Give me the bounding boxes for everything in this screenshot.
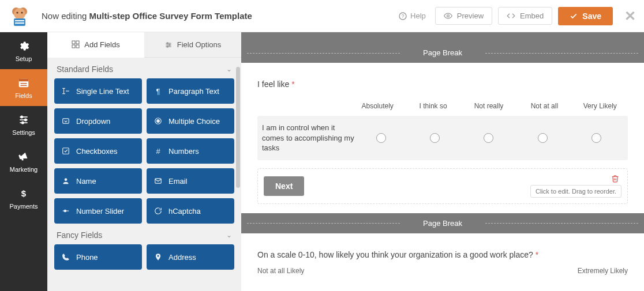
next-button[interactable]: Next <box>264 176 304 196</box>
svg-point-2 <box>14 8 25 20</box>
field-multiple-choice[interactable]: Multiple Choice <box>147 108 234 134</box>
field-numbers[interactable]: #Numbers <box>147 138 234 164</box>
bullhorn-icon <box>17 150 30 163</box>
svg-rect-25 <box>76 45 79 48</box>
eye-icon <box>444 12 452 20</box>
field-checkboxes[interactable]: Checkboxes <box>54 138 142 164</box>
next-block[interactable]: Next Click to edit. Drag to reorder. <box>257 168 628 204</box>
likert-radio[interactable] <box>484 133 493 143</box>
save-button[interactable]: Save <box>558 7 613 25</box>
likert-radio[interactable] <box>591 133 601 143</box>
options-icon <box>164 41 173 49</box>
preview-button[interactable]: Preview <box>435 7 492 25</box>
question-label: On a scale 0-10, how likely you think yo… <box>257 250 628 260</box>
gear-icon <box>17 40 30 52</box>
code-icon <box>507 12 515 20</box>
svg-point-44 <box>158 255 159 257</box>
svg-point-3 <box>16 12 18 13</box>
svg-point-20 <box>22 122 24 123</box>
captcha-icon <box>153 206 163 216</box>
tab-field-options[interactable]: Field Options <box>144 32 241 58</box>
sliders-icon <box>17 114 30 126</box>
svg-rect-7 <box>15 22 24 24</box>
svg-rect-22 <box>72 41 75 44</box>
dropdown-icon <box>61 116 70 126</box>
svg-point-18 <box>21 116 23 118</box>
slider-icon <box>61 206 70 216</box>
svg-rect-23 <box>76 41 79 44</box>
chevron-down-icon: ⌄ <box>226 65 232 73</box>
editing-title: Now editing Multi-step Office Survey For… <box>42 11 252 21</box>
check-icon <box>61 146 70 156</box>
field-paragraph-text[interactable]: ¶Paragraph Text <box>147 78 234 104</box>
panel-scrollbar[interactable] <box>236 67 240 188</box>
svg-rect-6 <box>15 20 24 21</box>
top-bar: Now editing Multi-step Office Survey For… <box>0 0 644 32</box>
paragraph-icon: ¶ <box>153 86 163 96</box>
field-phone[interactable]: Phone <box>54 244 142 270</box>
form-canvas: Page Break I feel like* Absolutely I thi… <box>241 32 644 291</box>
hash-icon: # <box>153 146 163 156</box>
rail-fields[interactable]: Fields <box>0 69 47 106</box>
rail-setup[interactable]: Setup <box>0 32 47 69</box>
svg-point-38 <box>157 120 160 123</box>
svg-rect-24 <box>72 45 75 48</box>
rail-payments[interactable]: $ Payments <box>0 180 47 217</box>
svg-rect-14 <box>21 85 27 85</box>
field-single-line-text[interactable]: Single Line Text <box>54 78 142 104</box>
required-asterisk: * <box>291 80 294 89</box>
phone-icon <box>61 252 70 262</box>
close-icon[interactable]: ✕ <box>624 8 636 24</box>
page-break[interactable]: Page Break <box>241 213 644 233</box>
radio-icon <box>153 116 163 126</box>
rail-marketing[interactable]: Marketing <box>0 143 47 180</box>
fields-panel: Add Fields Field Options Standard Fields… <box>47 32 241 291</box>
field-hcaptcha[interactable]: hCaptcha <box>147 198 234 224</box>
svg-rect-36 <box>63 119 69 123</box>
section-fancy-fields[interactable]: Fancy Fields ⌄ <box>53 224 235 244</box>
pin-icon <box>153 252 163 262</box>
svg-point-43 <box>64 210 66 212</box>
left-rail: Setup Fields Settings Marketing $ Paymen… <box>0 32 47 291</box>
dollar-icon: $ <box>17 187 30 200</box>
question-label: I feel like* <box>257 79 628 89</box>
likert-radio[interactable] <box>538 133 548 143</box>
help-link[interactable]: ? Help <box>399 12 426 20</box>
likert-header: Absolutely I think so Not really Not at … <box>257 102 628 116</box>
field-email[interactable]: Email <box>147 168 234 194</box>
form-icon <box>17 77 30 89</box>
envelope-icon <box>153 176 163 186</box>
section-standard-fields[interactable]: Standard Fields ⌄ <box>53 58 235 78</box>
likert-row: I am in control when it comes to accompl… <box>257 116 628 160</box>
likert-radio[interactable] <box>376 133 386 143</box>
likert-radio[interactable] <box>430 133 440 143</box>
text-icon <box>61 86 70 96</box>
user-icon <box>61 176 70 186</box>
trash-icon[interactable] <box>611 175 619 183</box>
field-name[interactable]: Name <box>54 168 142 194</box>
svg-point-10 <box>447 15 449 17</box>
chevron-down-icon: ⌄ <box>226 231 232 239</box>
scale-endpoints: Not at all Likely Extremely Likely <box>257 267 628 275</box>
svg-rect-39 <box>63 148 69 154</box>
help-icon: ? <box>399 12 407 20</box>
edit-hint: Click to edit. Drag to reorder. <box>530 185 621 198</box>
page-break[interactable]: Page Break <box>241 43 644 63</box>
check-icon <box>570 12 578 20</box>
app-logo <box>8 5 31 28</box>
grid-icon <box>72 40 80 48</box>
svg-point-4 <box>21 12 23 13</box>
likert-row-label: I am in control when it comes to accompl… <box>262 123 354 153</box>
svg-point-19 <box>25 119 27 120</box>
field-number-slider[interactable]: Number Slider <box>54 198 142 224</box>
rail-settings[interactable]: Settings <box>0 106 47 143</box>
svg-text:?: ? <box>402 13 405 19</box>
svg-rect-13 <box>21 83 27 84</box>
required-asterisk: * <box>536 250 538 259</box>
embed-button[interactable]: Embed <box>498 7 552 25</box>
svg-rect-5 <box>14 18 25 26</box>
tab-add-fields[interactable]: Add Fields <box>47 32 144 58</box>
field-dropdown[interactable]: Dropdown <box>54 108 142 134</box>
field-address[interactable]: Address <box>147 244 234 270</box>
svg-point-40 <box>65 178 68 181</box>
